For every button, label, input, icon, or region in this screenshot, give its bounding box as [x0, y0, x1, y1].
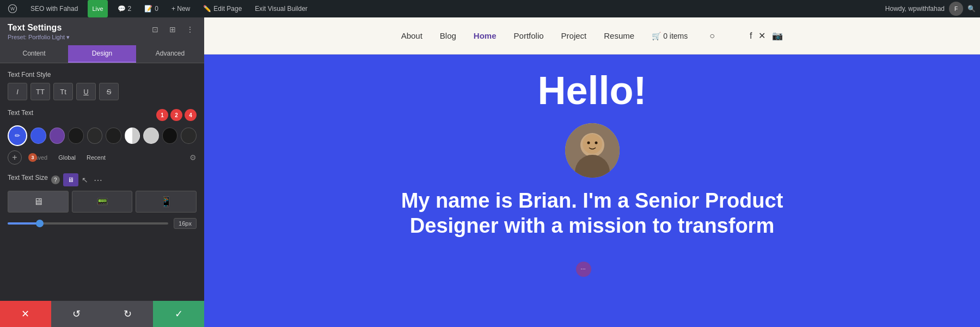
- color-swatch-purple[interactable]: [50, 128, 65, 144]
- text-size-header: Text Text Size ? 🖥 ↖ ⋯: [8, 173, 197, 186]
- svg-point-6: [587, 142, 590, 144]
- font-style-label: Text Font Style: [8, 71, 197, 78]
- site-search-icon[interactable]: ○: [709, 31, 715, 41]
- tab-advanced[interactable]: Advanced: [136, 45, 204, 63]
- color-badge-2[interactable]: 2: [170, 109, 182, 121]
- panel-minimize-icon[interactable]: ⊡: [149, 23, 162, 36]
- color-swatch-black1[interactable]: [68, 128, 84, 144]
- panel-header-icons: ⊡ ⊞ ⋮: [149, 23, 197, 36]
- bottom-action-bar: ✕ ↺ ↻ ✓: [0, 301, 204, 327]
- facebook-icon[interactable]: f: [750, 31, 752, 41]
- tablet-size-btn[interactable]: 📟: [72, 191, 133, 213]
- desktop-size-icon: 🖥: [33, 196, 43, 208]
- panel-title: Text Settings: [8, 23, 70, 33]
- color-section: Text Text 1 2 4 ✏: [8, 109, 197, 165]
- italic-btn[interactable]: I: [8, 83, 27, 100]
- social-icons: f ✕ 📷: [750, 31, 783, 41]
- nav-about[interactable]: About: [401, 31, 422, 40]
- site-navigation: About Blog Home Portfolio Project Resume…: [204, 17, 980, 55]
- color-swatch-dark1[interactable]: [162, 128, 178, 144]
- color-swatch-black3[interactable]: [106, 128, 121, 144]
- tablet-size-icon: 📟: [96, 196, 108, 208]
- nav-home[interactable]: Home: [474, 31, 497, 40]
- capitalize-btn[interactable]: Tt: [53, 83, 73, 100]
- color-picker-main[interactable]: ✏: [8, 125, 27, 146]
- color-tab-global[interactable]: Global: [54, 153, 80, 162]
- font-size-slider-row: 16px: [8, 218, 197, 229]
- color-swatch-black2[interactable]: [87, 128, 103, 144]
- panel-preset[interactable]: Preset: Portfolio Light ▾: [8, 34, 70, 41]
- wordpress-icon: W: [8, 4, 17, 14]
- redo-button[interactable]: ↻: [102, 301, 154, 327]
- tab-design[interactable]: Design: [68, 45, 136, 63]
- admin-site-name[interactable]: SEO with Fahad: [27, 0, 81, 17]
- desktop-size-btn[interactable]: 🖥: [8, 191, 69, 213]
- admin-notes[interactable]: 📝 0: [141, 0, 162, 17]
- purple-dot-dots: ···: [581, 267, 586, 272]
- color-section-header: Text Text 1 2 4: [8, 109, 197, 121]
- tab-content[interactable]: Content: [0, 45, 68, 63]
- hero-title: Hello!: [537, 71, 646, 110]
- admin-avatar[interactable]: F: [949, 2, 963, 16]
- cart-area[interactable]: 🛒 0 items: [652, 32, 688, 40]
- nav-resume[interactable]: Resume: [604, 31, 634, 40]
- nav-portfolio[interactable]: Portfolio: [514, 31, 544, 40]
- text-size-section: Text Text Size ? 🖥 ↖ ⋯ 🖥 📟: [8, 173, 197, 229]
- desktop-icon: 🖥: [68, 176, 74, 184]
- save-button[interactable]: ✓: [153, 301, 204, 327]
- cancel-button[interactable]: ✕: [0, 301, 51, 327]
- color-swatch-light[interactable]: [143, 128, 159, 144]
- cart-count: 0 items: [663, 32, 688, 40]
- underline-btn[interactable]: U: [76, 83, 96, 100]
- color-tabs-row: + 3 Saved Global Recent ⚙: [8, 150, 197, 165]
- color-swatch-blue[interactable]: [30, 128, 46, 144]
- mobile-size-btn[interactable]: 📱: [136, 191, 197, 213]
- site-preview: About Blog Home Portfolio Project Resume…: [204, 17, 980, 327]
- device-size-row: 🖥 📟 📱: [8, 191, 197, 213]
- color-swatch-dark2[interactable]: [181, 128, 197, 144]
- admin-wp-logo[interactable]: W: [4, 0, 21, 17]
- instagram-icon[interactable]: 📷: [772, 31, 783, 41]
- cursor-icon: ↖: [82, 175, 88, 184]
- admin-edit-page[interactable]: ✏️ Edit Page: [200, 0, 245, 17]
- more-options-icon[interactable]: ⋯: [91, 173, 105, 186]
- strikethrough-btn[interactable]: S: [99, 83, 119, 100]
- panel-expand-icon[interactable]: ⊞: [166, 23, 179, 36]
- text-settings-panel: Text Settings Preset: Portfolio Light ▾ …: [0, 17, 204, 327]
- admin-live-badge[interactable]: Live: [88, 0, 107, 17]
- svg-point-5: [583, 134, 602, 154]
- color-picker-row: ✏: [8, 125, 197, 146]
- uppercase-btn[interactable]: TT: [30, 83, 50, 100]
- color-badge-3[interactable]: 3: [28, 153, 37, 162]
- admin-search-icon[interactable]: 🔍: [967, 5, 976, 13]
- hero-section: Hello!: [204, 55, 980, 327]
- nav-blog[interactable]: Blog: [440, 31, 456, 40]
- main-layout: Text Settings Preset: Portfolio Light ▾ …: [0, 17, 980, 327]
- color-swatch-half1[interactable]: [125, 128, 140, 144]
- color-settings-icon[interactable]: ⚙: [189, 153, 197, 162]
- undo-button[interactable]: ↺: [51, 301, 102, 327]
- panel-tabs: Content Design Advanced: [0, 45, 204, 63]
- admin-comments[interactable]: 💬 2: [114, 0, 135, 17]
- admin-exit-builder[interactable]: Exit Visual Builder: [252, 0, 311, 17]
- panel-title-section: Text Settings Preset: Portfolio Light ▾: [8, 23, 70, 41]
- font-style-buttons: I TT Tt U S: [8, 83, 197, 100]
- text-size-label: Text Text Size: [8, 174, 48, 181]
- color-badge-1[interactable]: 1: [156, 109, 168, 121]
- color-label: Text Text: [8, 109, 33, 117]
- color-tab-recent[interactable]: Recent: [82, 153, 110, 162]
- avatar-svg: [565, 123, 620, 178]
- help-icon[interactable]: ?: [51, 175, 60, 184]
- cart-icon: 🛒: [652, 32, 661, 40]
- hero-body-text: My name is Brian. I'm a Senior Product D…: [375, 189, 810, 238]
- twitter-icon[interactable]: ✕: [758, 31, 765, 41]
- color-badge-4[interactable]: 4: [185, 109, 197, 121]
- hero-avatar: [565, 123, 620, 178]
- font-size-value[interactable]: 16px: [174, 218, 197, 229]
- panel-menu-icon[interactable]: ⋮: [183, 23, 197, 36]
- nav-project[interactable]: Project: [561, 31, 587, 40]
- admin-new[interactable]: + New: [168, 0, 193, 17]
- device-desktop-btn[interactable]: 🖥: [63, 173, 78, 186]
- slider-thumb[interactable]: [36, 220, 44, 227]
- add-color-btn[interactable]: +: [8, 150, 22, 165]
